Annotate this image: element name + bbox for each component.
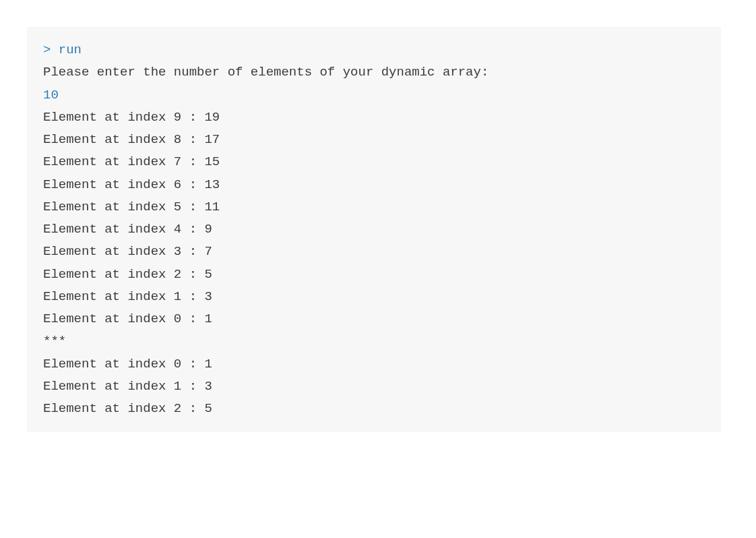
output-line: Element at index 0 : 1	[43, 311, 212, 326]
output-line: Element at index 0 : 1	[43, 357, 212, 371]
output-line: Element at index 2 : 5	[43, 267, 212, 282]
output-line: Element at index 3 : 7	[43, 244, 212, 259]
terminal-output: > run Please enter the number of element…	[27, 27, 721, 432]
separator-line: ***	[43, 334, 66, 349]
page: > run Please enter the number of element…	[0, 0, 756, 459]
output-line: Element at index 5 : 11	[43, 200, 220, 214]
user-input: 10	[43, 88, 59, 102]
output-line: Element at index 1 : 3	[43, 289, 212, 304]
output-line: Element at index 7 : 15	[43, 154, 220, 169]
output-line: Element at index 4 : 9	[43, 222, 212, 237]
output-line: Element at index 6 : 13	[43, 177, 220, 192]
output-line: Element at index 1 : 3	[43, 379, 212, 394]
prompt-question: Please enter the number of elements of y…	[43, 65, 489, 80]
output-line: Element at index 2 : 5	[43, 401, 212, 416]
output-line: Element at index 8 : 17	[43, 132, 220, 147]
prompt-line: > run	[43, 42, 82, 57]
output-line: Element at index 9 : 19	[43, 110, 220, 125]
